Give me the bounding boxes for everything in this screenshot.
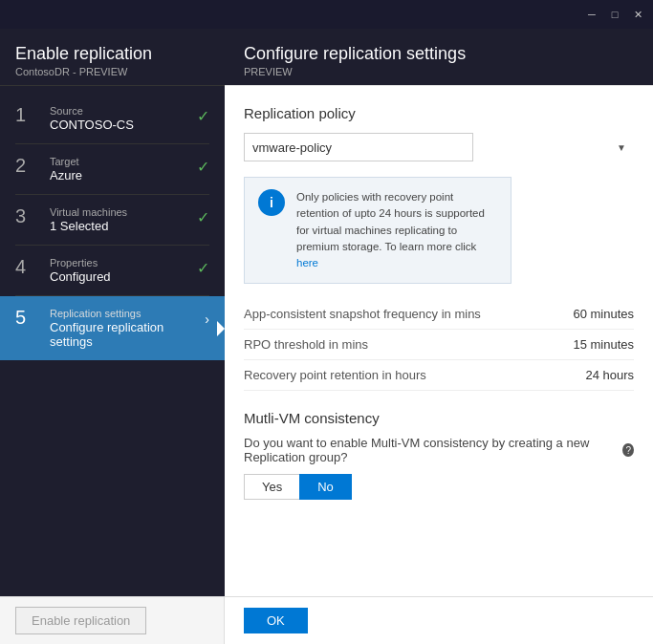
step-5-content: Replication settings Configure replicati… bbox=[50, 308, 205, 349]
footer-left: Enable replication bbox=[0, 597, 225, 644]
step-4-label: Properties bbox=[50, 257, 197, 268]
step-3[interactable]: 3 Virtual machines 1 Selected ✓ bbox=[0, 195, 225, 245]
right-header: Configure replication settings PREVIEW bbox=[225, 29, 653, 86]
info-box-text: Only policies with recovery point retent… bbox=[296, 189, 497, 271]
help-circle-icon[interactable]: ? bbox=[622, 443, 634, 457]
settings-value-2: 15 minutes bbox=[573, 337, 634, 352]
step-1-content: Source CONTOSO-CS bbox=[50, 105, 197, 132]
step-4-value: Configured bbox=[50, 269, 197, 284]
close-button[interactable]: ✕ bbox=[630, 9, 645, 21]
multi-vm-title: Mutli-VM consistency bbox=[244, 410, 634, 426]
step-5-value: Configure replication settings bbox=[50, 320, 205, 349]
right-header-subtitle: PREVIEW bbox=[244, 66, 634, 77]
settings-row-1: App-consistent snapshot frequency in min… bbox=[244, 299, 634, 330]
settings-table: App-consistent snapshot frequency in min… bbox=[244, 299, 634, 391]
step-2-number: 2 bbox=[15, 156, 42, 175]
settings-label-2: RPO threshold in mins bbox=[244, 337, 368, 352]
right-content: Replication policy vmware-policy ▼ i Onl… bbox=[225, 86, 653, 596]
policy-dropdown-wrapper: vmware-policy ▼ bbox=[244, 133, 634, 161]
steps-list: 1 Source CONTOSO-CS ✓ 2 Target Azure ✓ bbox=[0, 86, 225, 596]
settings-value-3: 24 hours bbox=[585, 368, 634, 382]
minimize-button[interactable]: ─ bbox=[584, 9, 599, 21]
left-header-title: Enable replication bbox=[15, 44, 209, 64]
step-4-number: 4 bbox=[15, 257, 42, 276]
left-header-subtitle: ContosoDR - PREVIEW bbox=[15, 66, 209, 77]
settings-row-2: RPO threshold in mins 15 minutes bbox=[244, 330, 634, 360]
info-circle-icon: i bbox=[258, 189, 285, 216]
main-layout: Enable replication ContosoDR - PREVIEW 1… bbox=[0, 29, 653, 596]
step-2-label: Target bbox=[50, 156, 197, 167]
ok-button[interactable]: OK bbox=[244, 608, 308, 633]
step-3-label: Virtual machines bbox=[50, 206, 197, 218]
step-5-number: 5 bbox=[15, 308, 42, 327]
maximize-button[interactable]: □ bbox=[607, 9, 622, 21]
yes-button[interactable]: Yes bbox=[244, 474, 299, 500]
step-1-label: Source bbox=[50, 105, 197, 117]
step-1-number: 1 bbox=[15, 105, 42, 124]
step-1-value: CONTOSO-CS bbox=[50, 118, 197, 132]
settings-label-3: Recovery point retention in hours bbox=[244, 368, 426, 382]
title-bar: ─ □ ✕ bbox=[0, 0, 653, 29]
step-3-content: Virtual machines 1 Selected bbox=[50, 206, 197, 233]
settings-value-1: 60 minutes bbox=[573, 307, 634, 321]
step-4[interactable]: 4 Properties Configured ✓ bbox=[0, 246, 225, 295]
step-3-check-icon: ✓ bbox=[197, 208, 209, 226]
dropdown-arrow-icon: ▼ bbox=[617, 142, 626, 153]
step-5-chevron-icon: › bbox=[205, 311, 209, 327]
no-button[interactable]: No bbox=[299, 474, 352, 500]
right-panel: Configure replication settings PREVIEW R… bbox=[225, 29, 653, 596]
left-header: Enable replication ContosoDR - PREVIEW bbox=[0, 29, 225, 86]
step-5-label: Replication settings bbox=[50, 308, 205, 319]
step-2-content: Target Azure bbox=[50, 156, 197, 182]
settings-label-1: App-consistent snapshot frequency in min… bbox=[244, 307, 481, 321]
step-5[interactable]: 5 Replication settings Configure replica… bbox=[0, 296, 225, 360]
info-link[interactable]: here bbox=[296, 257, 318, 268]
right-header-title: Configure replication settings bbox=[244, 44, 634, 64]
consistency-question: Do you want to enable Multi-VM consisten… bbox=[244, 436, 634, 464]
main-window: ─ □ ✕ Enable replication ContosoDR - PRE… bbox=[0, 0, 653, 644]
policy-dropdown[interactable]: vmware-policy bbox=[244, 133, 473, 161]
step-4-content: Properties Configured bbox=[50, 257, 197, 284]
step-1-check-icon: ✓ bbox=[197, 107, 209, 125]
step-2[interactable]: 2 Target Azure ✓ bbox=[0, 144, 225, 194]
title-bar-controls: ─ □ ✕ bbox=[584, 9, 645, 21]
step-3-number: 3 bbox=[15, 206, 42, 225]
step-2-check-icon: ✓ bbox=[197, 158, 209, 176]
step-2-value: Azure bbox=[50, 168, 197, 182]
info-box: i Only policies with recovery point rete… bbox=[244, 177, 512, 284]
yes-no-toggle: Yes No bbox=[244, 474, 634, 500]
step-3-value: 1 Selected bbox=[50, 219, 197, 233]
step-4-check-icon: ✓ bbox=[197, 259, 209, 277]
footer-right: OK bbox=[225, 597, 653, 644]
replication-policy-title: Replication policy bbox=[244, 105, 634, 121]
step-1[interactable]: 1 Source CONTOSO-CS ✓ bbox=[0, 94, 225, 143]
left-panel: Enable replication ContosoDR - PREVIEW 1… bbox=[0, 29, 225, 596]
settings-row-3: Recovery point retention in hours 24 hou… bbox=[244, 360, 634, 391]
enable-replication-button[interactable]: Enable replication bbox=[15, 607, 146, 634]
footer: Enable replication OK bbox=[0, 596, 653, 644]
consistency-question-text: Do you want to enable Multi-VM consisten… bbox=[244, 436, 619, 464]
